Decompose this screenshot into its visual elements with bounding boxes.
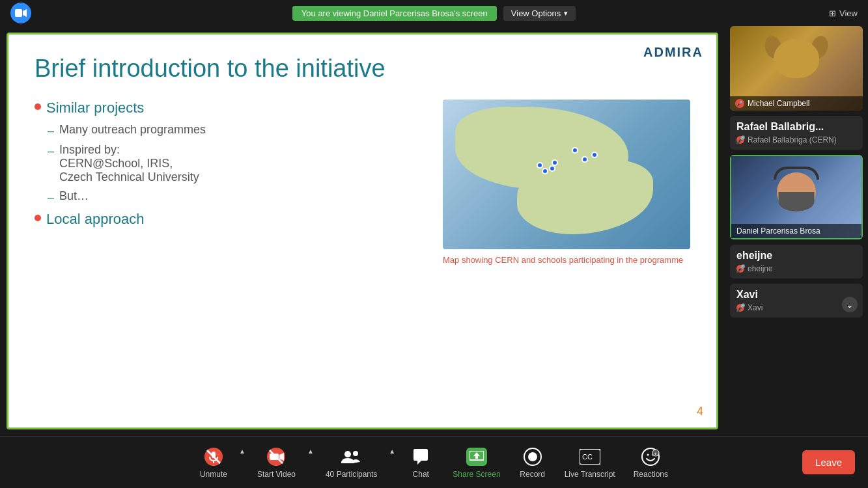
reactions-button[interactable]: + Reactions xyxy=(624,441,677,484)
svg-marker-13 xyxy=(473,452,480,459)
start-video-button[interactable]: Start Video xyxy=(248,441,305,484)
participants-caret[interactable]: ▲ xyxy=(386,448,398,455)
participant-video-name: Michael Campbell xyxy=(748,99,809,108)
map-caption: Map showing CERN and schools participati… xyxy=(443,254,690,266)
record-label: Record xyxy=(520,470,545,479)
svg-rect-0 xyxy=(15,9,22,17)
participant-card: Xavi 🎤 Xavi ⌄ xyxy=(730,284,863,318)
map-area: Map showing CERN and schools participati… xyxy=(443,100,690,266)
screen-banner: You are viewing Daniel Parcerisas Brosa'… xyxy=(292,6,497,21)
map-image xyxy=(443,100,690,249)
participant-username: 🎤 Xavi xyxy=(736,303,856,312)
slide-body: Similar projects – Many outreach program… xyxy=(35,100,690,266)
unmute-caret[interactable]: ▲ xyxy=(236,448,248,455)
participant-name-overlay: Daniel Parcerisas Brosa xyxy=(731,224,861,238)
leave-button[interactable]: Leave xyxy=(802,450,855,474)
mute-icon: 🎤 xyxy=(735,99,744,108)
participant-card: 🎤 Michael Campbell xyxy=(730,26,863,111)
participant-display-name: Rafael Ballabrig... xyxy=(736,121,856,133)
map-pin xyxy=(537,162,543,169)
slide-number: 4 xyxy=(697,405,703,418)
grid-icon: ⊞ xyxy=(829,8,836,18)
participant-name-section: Rafael Ballabrig... 🎤 Rafael Ballabriga … xyxy=(730,116,863,150)
unmute-button[interactable]: Unmute xyxy=(191,441,236,484)
share-screen-icon xyxy=(466,446,487,467)
record-icon xyxy=(522,446,543,467)
slide: ADMIRA Brief introduction to the initiat… xyxy=(7,33,718,429)
participant-card: Rafael Ballabrig... 🎤 Rafael Ballabriga … xyxy=(730,116,863,150)
live-transcript-icon: CC xyxy=(580,446,600,467)
top-bar: You are viewing Daniel Parcerisas Brosa'… xyxy=(0,0,868,26)
unmute-group: Unmute ▲ xyxy=(191,441,248,484)
svg-point-15 xyxy=(528,452,537,461)
unmute-label: Unmute xyxy=(200,470,227,479)
participants-button[interactable]: 40 Participants xyxy=(316,441,386,484)
zoom-logo xyxy=(10,3,31,23)
person-beard xyxy=(779,192,815,211)
participants-icon xyxy=(341,446,362,467)
chat-button[interactable]: Chat xyxy=(398,441,443,484)
more-button[interactable]: ⌄ xyxy=(842,297,858,312)
live-transcript-label: Live Transcript xyxy=(565,470,615,479)
slide-title: Brief introduction to the initiative xyxy=(35,54,690,84)
participants-group: 40 Participants ▲ xyxy=(316,441,398,484)
view-options-button[interactable]: View Options xyxy=(503,6,576,21)
main-content: ADMIRA Brief introduction to the initiat… xyxy=(0,26,868,436)
mute-icon: 🎤 xyxy=(736,304,744,312)
reactions-label: Reactions xyxy=(634,470,668,479)
svg-point-11 xyxy=(353,451,358,456)
video-caret[interactable]: ▲ xyxy=(305,448,316,455)
participant-name-overlay: 🎤 Michael Campbell xyxy=(730,96,863,111)
sub-bullets-1: – Many outreach programmes – Inspired by… xyxy=(48,123,430,204)
participant-display-name: Xavi xyxy=(736,289,856,301)
svg-point-19 xyxy=(647,454,649,455)
sub-dash: – xyxy=(48,191,54,204)
participant-video-active: Daniel Parcerisas Brosa xyxy=(730,155,863,239)
share-screen-label: Share Screen xyxy=(453,470,500,479)
svg-text:+: + xyxy=(654,451,657,457)
participants-label: 40 Participants xyxy=(326,470,377,479)
slide-container: ADMIRA Brief introduction to the initiat… xyxy=(0,26,725,436)
mute-icon xyxy=(203,446,224,467)
live-transcript-button[interactable]: CC Live Transcript xyxy=(555,441,624,484)
participant-video-name: Daniel Parcerisas Brosa xyxy=(736,226,820,236)
sub-bullet-text: Many outreach programmes xyxy=(59,123,206,137)
sub-bullet-inspired: – Inspired by:CERN@School, IRIS,Czech Te… xyxy=(48,143,430,184)
sub-bullet-but: – But… xyxy=(48,189,430,204)
reactions-icon: + xyxy=(640,446,661,467)
sub-dash: – xyxy=(48,124,54,138)
chat-label: Chat xyxy=(413,470,429,479)
bullet-similar-projects: Similar projects xyxy=(35,100,430,116)
participant-card: eheijne 🎤 eheijne xyxy=(730,245,863,278)
video-label: Start Video xyxy=(257,470,296,479)
participant-username: 🎤 Rafael Ballabriga (CERN) xyxy=(736,135,856,144)
sub-bullet-outreach: – Many outreach programmes xyxy=(48,123,430,138)
share-screen-button[interactable]: Share Screen xyxy=(443,441,509,484)
bullet-local-approach: Local approach xyxy=(35,211,430,228)
svg-point-10 xyxy=(344,451,351,457)
bottom-toolbar: Unmute ▲ Start Video ▲ xyxy=(0,436,868,488)
sub-bullet-text: But… xyxy=(59,189,89,203)
person-head xyxy=(777,172,816,211)
map-pin xyxy=(542,168,548,174)
record-button[interactable]: Record xyxy=(510,441,555,484)
chat-icon xyxy=(410,446,431,467)
mute-icon: 🎤 xyxy=(736,136,744,144)
svg-marker-1 xyxy=(23,9,27,17)
participant-video: 🎤 Michael Campbell xyxy=(730,26,863,111)
map-pin xyxy=(581,156,588,163)
bullet-main-label: Local approach xyxy=(46,211,144,228)
view-grid-button[interactable]: ⊞ View xyxy=(829,8,858,18)
svg-text:CC: CC xyxy=(582,453,593,461)
bullet-main-label: Similar projects xyxy=(46,100,144,116)
sub-dash: – xyxy=(48,144,54,158)
participant-name-section: eheijne 🎤 eheijne xyxy=(730,245,863,278)
admira-logo: ADMIRA xyxy=(643,45,703,60)
map-pin xyxy=(549,165,555,172)
participant-card: Daniel Parcerisas Brosa xyxy=(730,155,863,239)
sub-bullet-text: Inspired by:CERN@School, IRIS,Czech Tech… xyxy=(59,143,199,184)
sidebar: 🎤 Michael Campbell Rafael Ballabrig... 🎤… xyxy=(725,26,868,436)
bullet-dot xyxy=(35,103,41,110)
video-group: Start Video ▲ xyxy=(248,441,316,484)
participant-display-name: eheijne xyxy=(736,250,856,262)
